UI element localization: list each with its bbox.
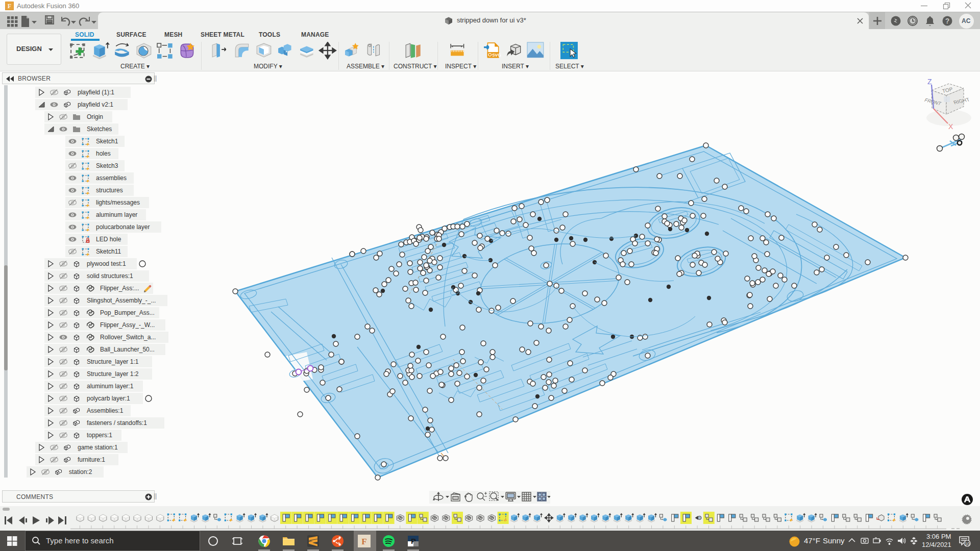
svg-text:SVG: SVG: [492, 53, 501, 58]
svg-text:10: 10: [965, 541, 970, 546]
svg-text:F: F: [8, 3, 11, 10]
svg-text:?: ?: [945, 17, 950, 25]
svg-text:Z: Z: [927, 78, 932, 86]
svg-text:F: F: [361, 537, 366, 546]
svg-text:X: X: [948, 122, 953, 131]
